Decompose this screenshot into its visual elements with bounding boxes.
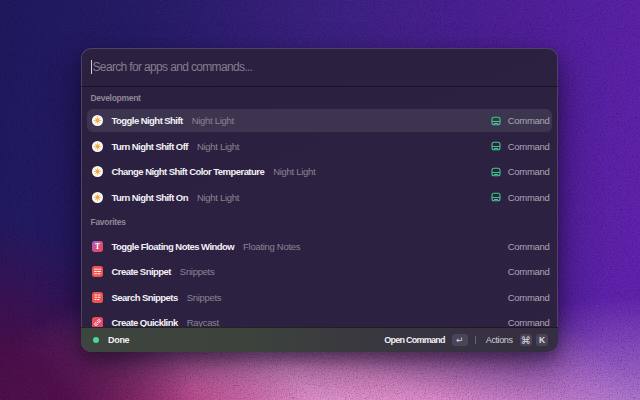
svg-text:T: T [94,242,99,251]
